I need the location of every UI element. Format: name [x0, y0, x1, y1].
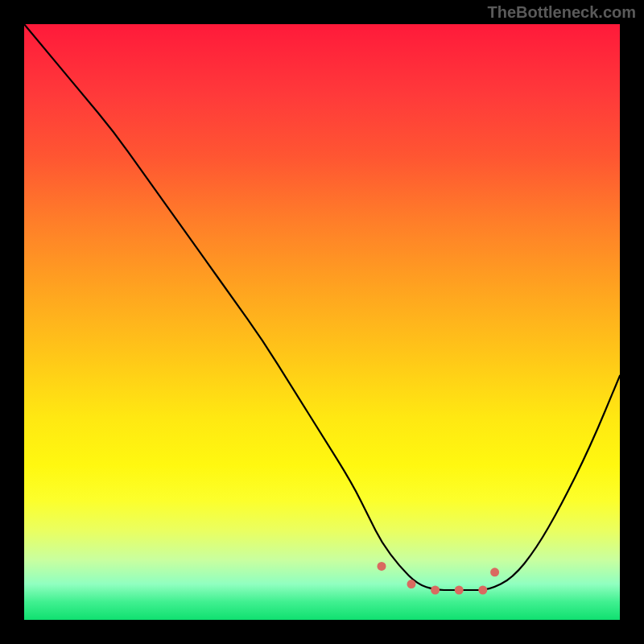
marker-point: [490, 568, 499, 576]
watermark-text: TheBottleneck.com: [488, 3, 636, 22]
plot-area: [24, 24, 620, 620]
marker-point: [478, 586, 487, 595]
marker-point: [455, 586, 464, 595]
curve-markers: [378, 562, 500, 595]
marker-point: [431, 586, 440, 595]
bottleneck-curve: [24, 24, 620, 590]
marker-point: [378, 562, 386, 571]
chart-svg: [24, 24, 620, 620]
marker-point: [407, 580, 416, 588]
